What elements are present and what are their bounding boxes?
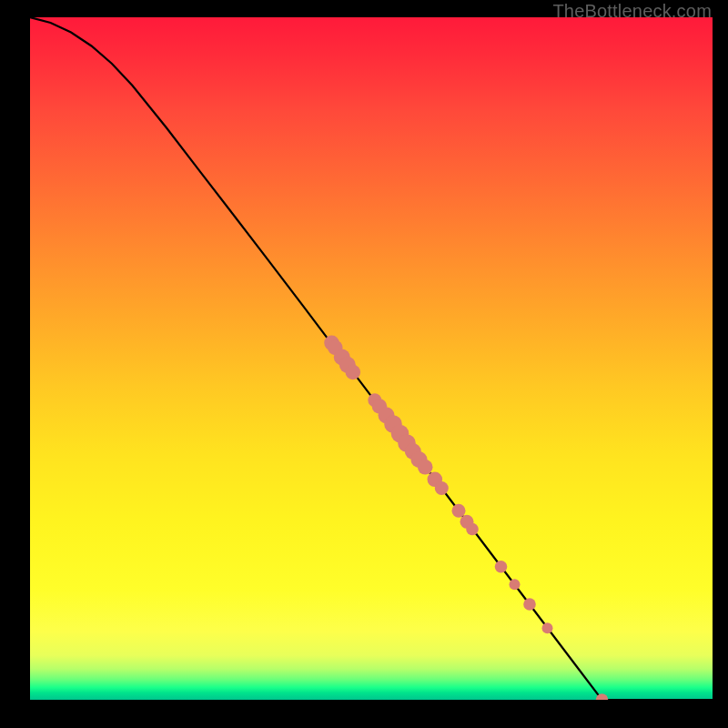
data-point <box>523 598 536 611</box>
data-point <box>510 579 521 590</box>
data-point <box>452 504 466 518</box>
data-point <box>466 523 479 536</box>
chart-frame: TheBottleneck.com <box>0 0 728 728</box>
main-curve <box>30 17 713 700</box>
data-point <box>418 460 433 475</box>
data-point <box>346 365 361 380</box>
data-point <box>435 481 449 495</box>
data-point <box>495 561 508 573</box>
watermark-text: TheBottleneck.com <box>552 1 712 22</box>
plot-area <box>30 17 713 700</box>
chart-svg <box>30 17 713 700</box>
data-point <box>542 622 553 633</box>
